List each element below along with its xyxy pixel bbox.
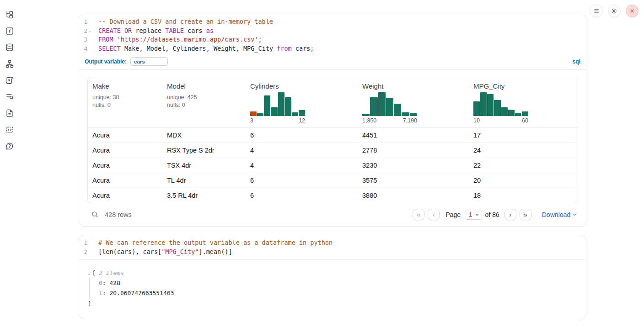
weight-histogram[interactable]: 1,850 7,190 xyxy=(362,92,417,124)
datasources-icon[interactable] xyxy=(5,43,14,52)
fold-chevron-icon[interactable]: ⌄ xyxy=(87,26,92,36)
histogram-axis: 1,850 7,190 xyxy=(362,117,417,124)
column-header-model[interactable]: Model unique: 425 nulls: 0 xyxy=(162,77,246,127)
variables-icon[interactable] xyxy=(5,26,14,36)
histogram-bar xyxy=(480,92,487,116)
page-of-label: of 86 xyxy=(485,211,499,218)
column-header-weight[interactable]: Weight 1,850 7,190 xyxy=(358,77,469,127)
column-header-cylinders[interactable]: Cylinders 3 12 xyxy=(246,77,358,127)
histogram-bar xyxy=(494,100,500,116)
table-cell: 4 xyxy=(246,162,358,169)
column-stats: unique: 425 nulls: 0 xyxy=(167,94,246,109)
table-cell: Acura xyxy=(88,147,162,154)
scratchpad-icon[interactable] xyxy=(5,76,14,85)
table-row: AcuraTL 4dr6357520 xyxy=(88,173,578,188)
histogram-bar xyxy=(278,92,284,116)
histogram-bar xyxy=(508,110,515,116)
column-header-make[interactable]: Make unique: 38 nulls: 0 xyxy=(88,77,162,127)
histogram-bar xyxy=(264,95,270,116)
table-cell: 3575 xyxy=(358,177,469,184)
search-icon[interactable] xyxy=(91,211,99,218)
table-cell: 18 xyxy=(469,192,578,199)
tree-items-count: 2 Items xyxy=(99,269,124,277)
code-line[interactable]: 2[len(cars), cars["MPG_City"].mean()] xyxy=(79,248,586,257)
chevron-down-icon xyxy=(475,212,479,217)
notebook-controls xyxy=(590,5,639,17)
histogram-bar xyxy=(257,113,263,116)
tree-entry: 0: 428 xyxy=(99,278,578,289)
table-cell: 3.5 RL 4dr xyxy=(162,192,246,199)
settings-gear-button[interactable] xyxy=(608,5,621,17)
histogram-bar xyxy=(515,113,521,116)
histogram-bar xyxy=(394,104,401,116)
table-cell: TSX 4dr xyxy=(162,162,246,169)
help-icon[interactable] xyxy=(5,142,14,151)
row-count: 428 rows xyxy=(105,211,132,218)
column-header-mpg-city[interactable]: MPG_City 10 60 xyxy=(469,77,578,127)
last-page-button[interactable]: » xyxy=(520,209,531,220)
line-number: 3 xyxy=(79,35,94,44)
code-line[interactable]: 1# We can reference the output variable … xyxy=(79,238,586,248)
column-stats: unique: 38 nulls: 0 xyxy=(92,94,162,109)
language-badge[interactable]: sql xyxy=(573,58,580,65)
histogram-bar xyxy=(487,94,494,116)
next-page-button[interactable]: › xyxy=(504,209,516,220)
histogram-bar xyxy=(501,107,508,116)
output-variable-input[interactable] xyxy=(130,57,168,66)
tree-collapse-caret[interactable]: ⌄ xyxy=(88,269,90,277)
dependency-graph-icon[interactable] xyxy=(5,59,14,69)
sql-cell-output: Make unique: 38 nulls: 0 Model unique: 4… xyxy=(79,70,586,226)
table-footer: 428 rows « ‹ Page 1 of 86 › » Download xyxy=(87,208,578,221)
download-button[interactable]: Download xyxy=(542,211,577,218)
histogram-bar xyxy=(362,114,370,116)
code-line[interactable]: 1-- Download a CSV and create an in-memo… xyxy=(79,17,586,26)
table-cell: TL 4dr xyxy=(162,177,246,184)
line-number: 1 xyxy=(79,238,94,248)
histogram-axis: 3 12 xyxy=(250,117,305,124)
line-number: 2⌄ xyxy=(79,26,94,36)
menu-button[interactable] xyxy=(590,5,603,17)
logs-icon[interactable] xyxy=(5,92,14,101)
python-cell-output: ⌄ [ 2 Items 0: 4281: 20.060747663551403 … xyxy=(79,260,586,319)
pagination-controls: « ‹ Page 1 of 86 › » Download xyxy=(413,209,577,220)
python-code-editor[interactable]: 1# We can reference the output variable … xyxy=(79,235,586,259)
code-line[interactable]: 2⌄CREATE OR replace TABLE cars as xyxy=(79,26,586,36)
table-cell: MDX xyxy=(162,132,246,139)
table-cell: 2778 xyxy=(358,147,469,154)
histogram-bar xyxy=(378,92,386,116)
table-body: AcuraMDX6445117AcuraRSX Type S 2dr427782… xyxy=(88,127,578,203)
sql-code-editor[interactable]: 1-- Download a CSV and create an in-memo… xyxy=(79,14,586,56)
histogram-bar xyxy=(292,112,298,116)
notebook-cells: 1-- Download a CSV and create an in-memo… xyxy=(79,0,586,319)
line-number: 4 xyxy=(79,44,94,53)
table-cell: Acura xyxy=(88,192,162,199)
mpg-city-histogram[interactable]: 10 60 xyxy=(473,92,528,124)
table-cell: 24 xyxy=(469,147,578,154)
output-variable-label: Output variable: xyxy=(85,58,127,65)
code-line[interactable]: 4SELECT Make, Model, Cylinders, Weight, … xyxy=(79,44,586,53)
table-cell: Acura xyxy=(88,162,162,169)
snippets-icon[interactable] xyxy=(5,125,14,134)
line-number: 2 xyxy=(79,248,94,257)
table-row: Acura3.5 RL 4dr6388018 xyxy=(88,188,578,203)
page-select[interactable]: 1 xyxy=(465,210,482,220)
sql-cell: 1-- Download a CSV and create an in-memo… xyxy=(79,14,586,227)
first-page-button[interactable]: « xyxy=(413,209,424,220)
table-cell: 22 xyxy=(469,162,578,169)
documentation-icon[interactable] xyxy=(5,109,14,118)
histogram-bar xyxy=(386,98,393,116)
cylinders-histogram[interactable]: 3 12 xyxy=(250,92,305,124)
file-explorer-icon[interactable] xyxy=(5,10,14,19)
table-cell: Acura xyxy=(88,177,162,184)
histogram-bar xyxy=(410,113,417,116)
table-cell: 4 xyxy=(246,147,358,154)
code-line[interactable]: 3FROM 'https://datasets.marimo.app/cars.… xyxy=(79,35,586,44)
prev-page-button[interactable]: ‹ xyxy=(428,209,440,220)
helper-panel-sidebar xyxy=(0,0,19,151)
python-cell: 1# We can reference the output variable … xyxy=(79,235,586,319)
histogram-bar xyxy=(370,97,377,116)
table-cell: 6 xyxy=(246,177,358,184)
histogram-bar xyxy=(522,111,528,116)
histogram-bar xyxy=(473,101,480,116)
shutdown-close-button[interactable] xyxy=(626,5,639,17)
